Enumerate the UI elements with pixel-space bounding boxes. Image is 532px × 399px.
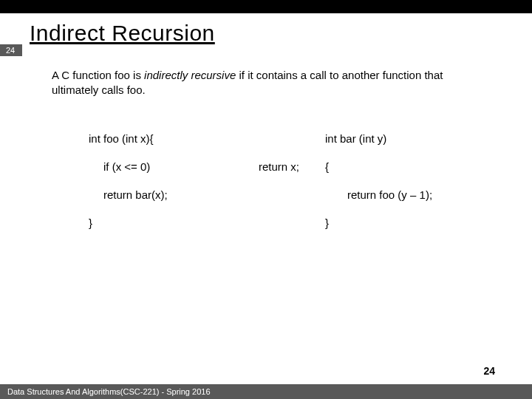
bar-close: } xyxy=(325,216,488,231)
code-block: int foo (int x){ int bar (int y) if (x <… xyxy=(52,132,488,231)
para-emphasis: indirectly recursive xyxy=(144,69,236,81)
foo-return-bar: return bar(x); xyxy=(89,188,251,202)
foo-decl: int foo (int x){ xyxy=(89,132,251,146)
top-bar xyxy=(0,0,532,13)
bar-open: { xyxy=(325,160,488,174)
title-area: Indirect Recursion xyxy=(0,13,532,46)
bar-decl: int bar (int y) xyxy=(325,132,488,146)
description-paragraph: A C function foo is indirectly recursive… xyxy=(52,68,488,98)
footer-bar: Data Structures And Algorithms(CSC-221) … xyxy=(0,384,532,399)
slide-badge: 24 xyxy=(0,44,22,56)
foo-close: } xyxy=(89,216,251,231)
content-area: A C function foo is indirectly recursive… xyxy=(0,46,532,231)
foo-return-x: return x; xyxy=(259,160,318,174)
foo-if: if (x <= 0) xyxy=(89,160,251,174)
para-pre: A C function foo is xyxy=(52,69,144,81)
page-number: 24 xyxy=(483,365,495,377)
slide-title: Indirect Recursion xyxy=(30,21,532,46)
bar-return-foo: return foo (y – 1); xyxy=(325,188,488,202)
